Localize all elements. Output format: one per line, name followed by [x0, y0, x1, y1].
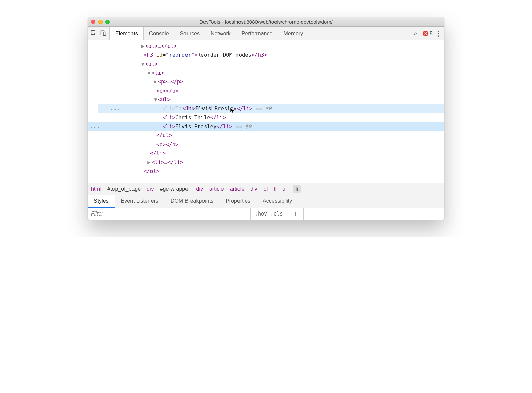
- box-model-pane: [303, 208, 444, 220]
- tree-line[interactable]: <li>Chris Thile</li>: [88, 113, 444, 122]
- crumb-li-current[interactable]: li: [293, 185, 301, 193]
- tree-line[interactable]: </ul>: [88, 131, 444, 140]
- drag-ghost-row: ... <li>Elvis Presley</li> == $0: [98, 104, 444, 113]
- dom-tree[interactable]: ▶<ol>…</ol> <h3 id="reorder">Reorder DOM…: [88, 40, 444, 183]
- zoom-icon[interactable]: [105, 20, 110, 24]
- crumb-div2[interactable]: div: [196, 186, 203, 192]
- tab-network[interactable]: Network: [205, 27, 236, 40]
- subtab-properties[interactable]: Properties: [219, 195, 256, 208]
- box-model-outline: [356, 210, 441, 212]
- tree-line[interactable]: </ol>: [88, 167, 444, 176]
- kebab-menu-icon[interactable]: [436, 29, 440, 38]
- error-badge[interactable]: ✕ 5: [423, 31, 433, 37]
- new-style-button[interactable]: ＋: [287, 208, 303, 220]
- styles-filter-bar: :hov .cls ＋: [88, 208, 444, 220]
- tree-line[interactable]: ▶<ol>…</ol>: [88, 42, 444, 51]
- tree-line[interactable]: </li>: [88, 149, 444, 158]
- devtools-window: DevTools - localhost:8080/web/tools/chro…: [88, 17, 444, 220]
- crumb-top[interactable]: #top_of_page: [107, 186, 141, 192]
- breadcrumb: html #top_of_page div #gc-wrapper div ar…: [88, 183, 444, 195]
- hov-toggle[interactable]: :hov: [255, 211, 267, 217]
- styles-pane-tabs: Styles Event Listeners DOM Breakpoints P…: [88, 195, 444, 208]
- main-toolbar: Elements Console Sources Network Perform…: [88, 27, 444, 40]
- tree-line[interactable]: ▶<p>…</p>: [88, 77, 444, 86]
- crumb-html[interactable]: html: [91, 186, 101, 192]
- tab-performance[interactable]: Performance: [236, 27, 278, 40]
- crumb-ol[interactable]: ol: [264, 186, 268, 192]
- error-count: 5: [430, 31, 433, 37]
- cls-toggle[interactable]: .cls: [270, 211, 283, 217]
- crumb-article2[interactable]: article: [230, 186, 245, 192]
- window-title: DevTools - localhost:8080/web/tools/chro…: [88, 19, 444, 25]
- mouse-cursor-icon: [230, 107, 236, 114]
- tree-line[interactable]: ▼<ol>: [88, 60, 444, 69]
- svg-rect-2: [103, 32, 106, 35]
- filter-input[interactable]: [88, 208, 251, 220]
- crumb-div3[interactable]: div: [250, 186, 257, 192]
- tab-elements[interactable]: Elements: [109, 27, 144, 40]
- inspect-icon[interactable]: [90, 30, 97, 38]
- tree-line[interactable]: ▼<li>: [88, 69, 444, 77]
- tab-memory[interactable]: Memory: [278, 27, 308, 40]
- crumb-li[interactable]: li: [274, 186, 276, 192]
- tree-line[interactable]: <h3 id="reorder">Reorder DOM nodes</h3>: [88, 51, 444, 59]
- device-toggle-icon[interactable]: [100, 30, 107, 38]
- tree-line[interactable]: ▶<li>…</li>: [88, 158, 444, 167]
- crumb-ul[interactable]: ul: [282, 186, 286, 192]
- crumb-article[interactable]: article: [209, 186, 224, 192]
- overflow-icon[interactable]: »: [412, 30, 419, 37]
- tab-console[interactable]: Console: [144, 27, 175, 40]
- close-icon[interactable]: [91, 20, 95, 24]
- traffic-lights: [91, 20, 110, 24]
- tab-sources[interactable]: Sources: [174, 27, 205, 40]
- subtab-dombreakpoints[interactable]: DOM Breakpoints: [164, 195, 219, 208]
- crumb-div[interactable]: div: [147, 186, 154, 192]
- titlebar: DevTools - localhost:8080/web/tools/chro…: [88, 17, 444, 27]
- minimize-icon[interactable]: [98, 20, 103, 24]
- crumb-gc[interactable]: #gc-wrapper: [160, 186, 190, 192]
- toolbar-left: [88, 27, 110, 40]
- subtab-styles[interactable]: Styles: [88, 195, 115, 208]
- subtab-eventlisteners[interactable]: Event Listeners: [115, 195, 164, 208]
- hov-cls-toggles: :hov .cls: [251, 208, 287, 220]
- tree-line[interactable]: <p></p>: [88, 140, 444, 149]
- toolbar-right: » ✕ 5: [408, 27, 444, 40]
- subtab-accessibility[interactable]: Accessibility: [256, 195, 298, 208]
- main-tabs: Elements Console Sources Network Perform…: [110, 27, 408, 40]
- tree-line[interactable]: ▼<ul>: [88, 95, 444, 104]
- tree-line[interactable]: <p></p>: [88, 87, 444, 95]
- selected-node[interactable]: ... <li>Elvis Presley</li> == $0: [88, 122, 444, 131]
- error-icon: ✕: [423, 31, 428, 36]
